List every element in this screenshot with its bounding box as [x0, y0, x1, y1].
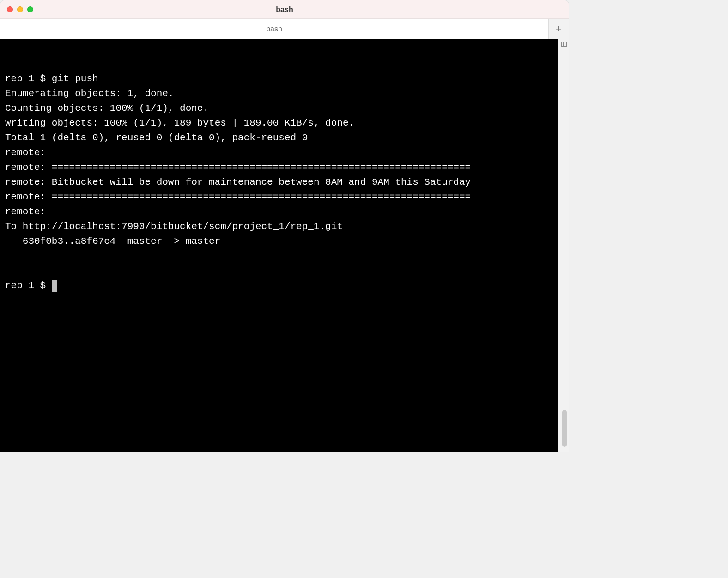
terminal-line: Total 1 (delta 0), reused 0 (delta 0), p…: [5, 131, 553, 145]
terminal-line: remote: ================================…: [5, 190, 553, 205]
right-gutter: [558, 39, 569, 452]
terminal-line: Writing objects: 100% (1/1), 189 bytes |…: [5, 116, 553, 131]
titlebar: bash: [0, 0, 569, 19]
terminal-line: remote: Bitbucket will be down for maint…: [5, 175, 553, 190]
terminal-line: 630f0b3..a8f67e4 master -> master: [5, 234, 553, 249]
traffic-lights: [0, 6, 33, 12]
tabbar: bash +: [0, 19, 569, 39]
plus-icon: +: [556, 23, 562, 35]
terminal-prompt: rep_1 $: [5, 280, 52, 291]
cursor-icon: [52, 280, 57, 292]
terminal-window: bash bash + rep_1 $ git pushEnumerating …: [0, 0, 569, 452]
terminal-line: Counting objects: 100% (1/1), done.: [5, 101, 553, 116]
terminal-viewport[interactable]: rep_1 $ git pushEnumerating objects: 1, …: [0, 39, 558, 452]
maximize-button[interactable]: [27, 6, 33, 12]
sidebar-toggle-button[interactable]: [558, 39, 569, 52]
minimize-button[interactable]: [17, 6, 23, 12]
tab-label: bash: [266, 25, 282, 33]
terminal-prompt-line: rep_1 $: [5, 278, 553, 293]
terminal-line: remote:: [5, 205, 553, 219]
terminal-line: To http://localhost:7990/bitbucket/scm/p…: [5, 219, 553, 234]
scrollbar-thumb[interactable]: [562, 410, 567, 447]
terminal-line: remote:: [5, 145, 553, 160]
terminal-line: rep_1 $ git push: [5, 72, 553, 86]
tab-bash[interactable]: bash: [0, 19, 548, 39]
terminal-line: remote: ================================…: [5, 160, 553, 175]
terminal-output: rep_1 $ git pushEnumerating objects: 1, …: [5, 72, 553, 249]
panel-icon: [561, 42, 567, 47]
terminal-line: Enumerating objects: 1, done.: [5, 86, 553, 101]
new-tab-button[interactable]: +: [548, 19, 569, 39]
close-button[interactable]: [7, 6, 13, 12]
window-title: bash: [276, 6, 293, 14]
terminal-wrap: rep_1 $ git pushEnumerating objects: 1, …: [0, 39, 569, 452]
